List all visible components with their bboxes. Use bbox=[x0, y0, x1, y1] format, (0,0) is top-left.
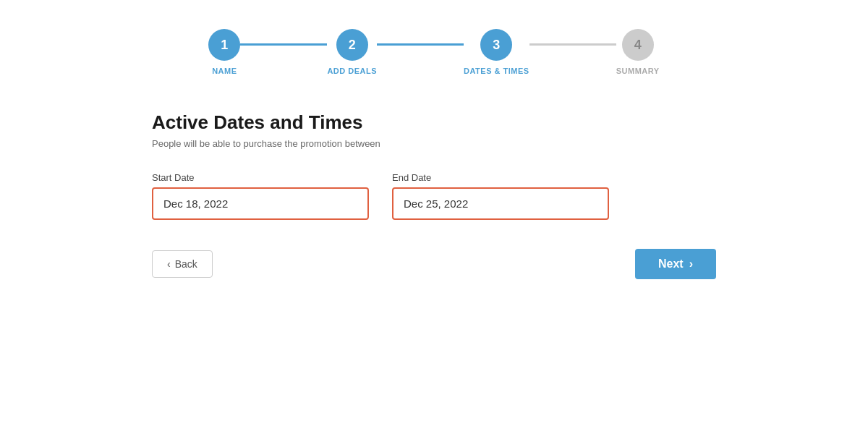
step-2-circle: 2 bbox=[336, 29, 368, 61]
start-date-label: Start Date bbox=[152, 172, 369, 183]
page-container: 1 NAME 2 ADD DEALS 3 DATES & TIMES 4 bbox=[109, 0, 760, 308]
nav-buttons: ‹ Back Next › bbox=[152, 249, 716, 279]
next-label: Next bbox=[658, 258, 684, 271]
section-title: Active Dates and Times bbox=[152, 111, 716, 134]
end-date-label: End Date bbox=[392, 172, 609, 183]
step-2: 2 ADD DEALS bbox=[327, 29, 377, 75]
step-4-label: SUMMARY bbox=[616, 67, 660, 75]
back-button[interactable]: ‹ Back bbox=[152, 250, 213, 278]
next-chevron-icon: › bbox=[689, 258, 693, 271]
date-fields-row: Start Date End Date bbox=[152, 172, 716, 220]
connector-2 bbox=[377, 43, 464, 46]
back-label: Back bbox=[175, 258, 197, 270]
next-button[interactable]: Next › bbox=[635, 249, 716, 279]
step-1-label: NAME bbox=[212, 67, 237, 75]
step-4-circle: 4 bbox=[622, 29, 654, 61]
step-3: 3 DATES & TIMES bbox=[464, 29, 529, 75]
step-1: 1 NAME bbox=[208, 29, 240, 75]
connector-1 bbox=[240, 43, 327, 46]
step-3-circle: 3 bbox=[480, 29, 512, 61]
start-date-group: Start Date bbox=[152, 172, 369, 220]
step-3-label: DATES & TIMES bbox=[464, 67, 529, 75]
step-4: 4 SUMMARY bbox=[616, 29, 660, 75]
step-2-label: ADD DEALS bbox=[327, 67, 377, 75]
back-chevron-icon: ‹ bbox=[167, 258, 171, 270]
end-date-input[interactable] bbox=[392, 187, 609, 220]
connector-3 bbox=[529, 43, 616, 46]
stepper: 1 NAME 2 ADD DEALS 3 DATES & TIMES 4 bbox=[152, 29, 716, 75]
start-date-input[interactable] bbox=[152, 187, 369, 220]
step-1-circle: 1 bbox=[208, 29, 240, 61]
end-date-group: End Date bbox=[392, 172, 609, 220]
section-subtitle: People will be able to purchase the prom… bbox=[152, 138, 716, 149]
